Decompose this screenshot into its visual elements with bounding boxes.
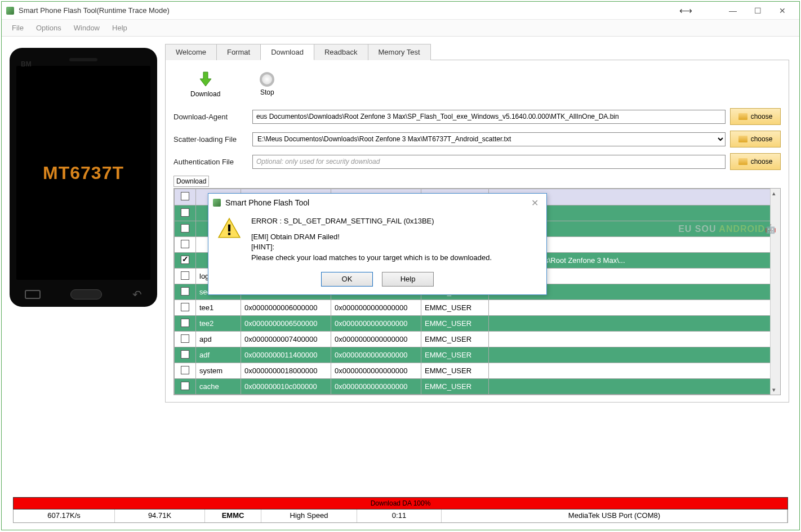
- row-checkbox[interactable]: [181, 224, 189, 233]
- download-agent-label: Download-Agent: [173, 113, 248, 121]
- row-checkbox[interactable]: [181, 208, 189, 217]
- auth-file-field[interactable]: [252, 155, 726, 169]
- row-checkbox[interactable]: [181, 271, 189, 280]
- cell-location: [489, 379, 780, 395]
- stop-icon: [260, 72, 274, 87]
- cell-region: EMMC_USER: [421, 300, 489, 316]
- stop-button-label: Stop: [260, 88, 274, 96]
- cell-begin: 0x0000000006000000: [241, 300, 331, 316]
- cell-end: 0x0000000000000000: [331, 316, 421, 332]
- status-speed: 607.17K/s: [14, 509, 115, 522]
- cell-region: EMMC_USER: [421, 332, 489, 347]
- status-time: 0:11: [357, 509, 442, 522]
- tab-welcome[interactable]: Welcome: [165, 44, 217, 60]
- cell-location: [489, 300, 780, 316]
- window-title: Smart Phone Flash Tool(Runtime Trace Mod…: [19, 6, 720, 15]
- table-row[interactable]: system0x00000000180000000x00000000000000…: [175, 363, 780, 379]
- dialog-app-icon: [213, 199, 221, 207]
- sidebar: BM MT6737T ↶: [2, 37, 165, 497]
- tab-memory-test[interactable]: Memory Test: [368, 44, 431, 60]
- choose-da-button[interactable]: choose: [730, 108, 781, 125]
- folder-icon: [738, 158, 747, 165]
- cell-location: [489, 347, 780, 363]
- cell-end: 0x0000000000000000: [331, 379, 421, 395]
- menubar: File Options Window Help: [2, 20, 799, 37]
- header-checkbox[interactable]: [175, 189, 196, 205]
- cell-name: adf: [196, 347, 241, 363]
- row-checkbox[interactable]: [181, 303, 189, 311]
- dialog-close-button[interactable]: ✕: [528, 198, 542, 208]
- phone-screen: MT6737T: [16, 66, 150, 280]
- dialog-help-button[interactable]: Help: [382, 272, 434, 287]
- cell-begin: 0x0000000018000000: [241, 363, 331, 379]
- stop-button[interactable]: Stop: [260, 70, 274, 98]
- dialog-line-3: Please check your load matches to your t…: [251, 253, 537, 263]
- phone-bm-label: BM: [21, 60, 32, 68]
- table-row[interactable]: tee20x00000000065000000x0000000000000000…: [175, 316, 780, 332]
- phone-speaker: [69, 58, 97, 61]
- scatter-file-label: Scatter-loading File: [173, 135, 248, 144]
- row-checkbox[interactable]: [181, 366, 189, 374]
- download-agent-field[interactable]: [252, 110, 726, 124]
- cell-region: EMMC_USER: [421, 363, 489, 379]
- cell-end: 0x0000000000000000: [331, 300, 421, 316]
- table-row[interactable]: tee10x00000000060000000x0000000000000000…: [175, 300, 780, 316]
- row-checkbox[interactable]: [181, 287, 189, 296]
- menu-help[interactable]: Help: [106, 20, 133, 35]
- dialog-line-2: [HINT]:: [251, 242, 537, 252]
- table-row[interactable]: adf0x00000000114000000x0000000000000000E…: [175, 347, 780, 363]
- dialog-title: Smart Phone Flash Tool: [225, 198, 528, 207]
- scatter-file-field[interactable]: E:\Meus Documentos\Downloads\Root Zenfon…: [252, 132, 726, 146]
- cell-location: [489, 316, 780, 332]
- svg-rect-1: [228, 233, 230, 235]
- download-button-label: Download: [190, 90, 220, 98]
- dialog-ok-button[interactable]: OK: [321, 272, 373, 287]
- tab-readback[interactable]: Readback: [314, 44, 368, 60]
- phone-home-icon: [70, 289, 102, 299]
- tab-download[interactable]: Download: [260, 44, 314, 60]
- row-checkbox[interactable]: [181, 256, 189, 264]
- status-area: Download DA 100% 607.17K/s 94.71K EMMC H…: [2, 497, 799, 530]
- cell-region: EMMC_USER: [421, 316, 489, 332]
- download-arrow-icon: [190, 70, 220, 90]
- app-icon: [6, 7, 14, 15]
- progress-bar: Download DA 100%: [13, 497, 788, 509]
- table-row[interactable]: cache0x000000010c0000000x000000000000000…: [175, 379, 780, 395]
- phone-back-icon: ↶: [132, 288, 142, 301]
- cell-name: apd: [196, 332, 241, 347]
- vertical-scrollbar[interactable]: [770, 189, 780, 395]
- cell-begin: 0x0000000007400000: [241, 332, 331, 347]
- folder-icon: [738, 113, 747, 120]
- cell-name: tee1: [196, 300, 241, 316]
- cell-location: [489, 363, 780, 379]
- resize-handle-icon[interactable]: ⟷: [679, 5, 692, 16]
- error-dialog: Smart Phone Flash Tool ✕ ERROR : S_DL_GE…: [208, 193, 547, 295]
- tab-format[interactable]: Format: [216, 44, 261, 60]
- menu-file[interactable]: File: [6, 20, 29, 35]
- auth-file-label: Authentication File: [173, 158, 248, 166]
- tab-bar: Welcome Format Download Readback Memory …: [165, 43, 789, 60]
- minimize-button[interactable]: —: [720, 3, 745, 19]
- download-mode-select[interactable]: Download: [173, 176, 209, 187]
- table-row[interactable]: apd0x00000000074000000x0000000000000000E…: [175, 332, 780, 347]
- cell-begin: 0x0000000011400000: [241, 347, 331, 363]
- choose-auth-button[interactable]: choose: [730, 153, 781, 170]
- watermark: EU SOU ANDROID🤖: [678, 223, 777, 234]
- menu-options[interactable]: Options: [30, 20, 67, 35]
- status-size: 94.71K: [115, 509, 205, 522]
- choose-scatter-button[interactable]: choose: [730, 131, 781, 147]
- row-checkbox[interactable]: [181, 334, 189, 343]
- maximize-button[interactable]: ☐: [745, 3, 770, 19]
- close-button[interactable]: ✕: [770, 3, 795, 19]
- cell-region: EMMC_USER: [421, 347, 489, 363]
- menu-window[interactable]: Window: [68, 20, 105, 35]
- row-checkbox[interactable]: [181, 240, 189, 248]
- row-checkbox[interactable]: [181, 382, 189, 390]
- cell-begin: 0x000000010c000000: [241, 379, 331, 395]
- cell-end: 0x0000000000000000: [331, 363, 421, 379]
- row-checkbox[interactable]: [181, 350, 189, 359]
- cell-end: 0x0000000000000000: [331, 332, 421, 347]
- row-checkbox[interactable]: [181, 319, 189, 327]
- status-device: MediaTek USB Port (COM8): [442, 509, 787, 522]
- download-button[interactable]: Download: [190, 70, 220, 98]
